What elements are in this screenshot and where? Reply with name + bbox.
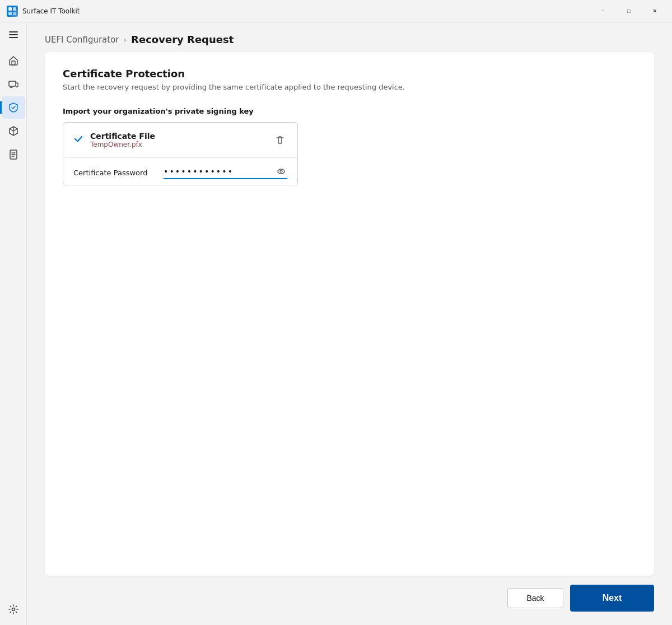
page-card: Certificate Protection Start the recover… <box>45 52 654 576</box>
certificate-box: Certificate File TempOwner.pfx Certifica… <box>63 122 298 185</box>
section-subtitle: Start the recovery request by providing … <box>63 83 636 91</box>
password-input-wrapper <box>164 166 287 179</box>
minimize-button[interactable]: − <box>590 2 616 20</box>
report-icon <box>8 149 19 160</box>
sidebar-nav <box>2 49 25 598</box>
content-area: UEFI Configurator › Recovery Request Cer… <box>27 22 672 625</box>
next-button[interactable]: Next <box>570 585 654 612</box>
sidebar-item-uefi[interactable] <box>2 96 25 119</box>
devices-icon <box>8 78 19 90</box>
svg-rect-2 <box>8 12 12 15</box>
cert-password-row: Certificate Password <box>63 158 297 185</box>
back-button[interactable]: Back <box>507 588 563 608</box>
svg-point-8 <box>278 169 284 174</box>
trash-icon <box>275 135 285 145</box>
eye-icon <box>276 166 286 176</box>
app-body: UEFI Configurator › Recovery Request Cer… <box>0 22 672 625</box>
sidebar-item-settings[interactable] <box>2 598 25 621</box>
window-controls: − □ ✕ <box>590 2 668 20</box>
breadcrumb-separator: › <box>124 35 127 44</box>
cert-file-info: Certificate File TempOwner.pfx <box>90 132 266 148</box>
cert-file-row: Certificate File TempOwner.pfx <box>63 123 297 158</box>
toggle-password-button[interactable] <box>275 165 287 178</box>
settings-icon <box>8 604 19 615</box>
footer: Back Next <box>27 576 672 625</box>
breadcrumb: UEFI Configurator › Recovery Request <box>27 22 672 52</box>
cert-password-input[interactable] <box>164 166 287 177</box>
cert-file-path: TempOwner.pfx <box>90 141 266 148</box>
svg-rect-5 <box>9 81 16 86</box>
hamburger-icon <box>9 31 18 38</box>
svg-point-7 <box>12 608 15 611</box>
section-title: Certificate Protection <box>63 68 636 80</box>
breadcrumb-current: Recovery Request <box>131 34 234 45</box>
maximize-button[interactable]: □ <box>616 2 642 20</box>
import-label: Import your organization's private signi… <box>63 107 636 115</box>
svg-point-9 <box>280 170 282 172</box>
svg-rect-4 <box>12 61 15 65</box>
sidebar-item-devices[interactable] <box>2 73 25 95</box>
hamburger-menu[interactable] <box>2 25 25 45</box>
breadcrumb-parent[interactable]: UEFI Configurator <box>45 35 119 45</box>
svg-rect-0 <box>8 7 12 11</box>
shield-icon <box>8 102 19 113</box>
app-icon <box>7 6 18 17</box>
check-icon <box>73 134 83 146</box>
app-title: Surface IT Toolkit <box>22 7 80 15</box>
delete-certificate-button[interactable] <box>273 133 287 147</box>
sidebar-item-packages[interactable] <box>2 120 25 142</box>
sidebar-item-home[interactable] <box>2 49 25 72</box>
home-icon <box>8 55 19 66</box>
svg-rect-1 <box>13 7 16 11</box>
title-bar-left: Surface IT Toolkit <box>7 6 80 17</box>
sidebar-item-reports[interactable] <box>2 143 25 166</box>
cert-password-label: Certificate Password <box>73 169 155 177</box>
svg-rect-3 <box>13 12 16 15</box>
cert-file-label: Certificate File <box>90 132 266 141</box>
close-button[interactable]: ✕ <box>642 2 668 20</box>
title-bar: Surface IT Toolkit − □ ✕ <box>0 0 672 22</box>
sidebar <box>0 22 27 625</box>
sidebar-bottom <box>2 598 25 621</box>
package-icon <box>8 125 19 137</box>
